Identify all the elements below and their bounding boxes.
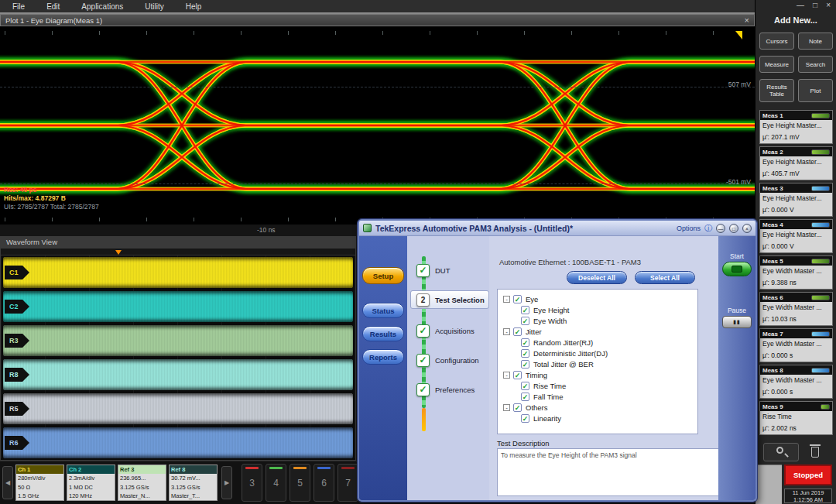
collapse-icon[interactable]: - [503,296,510,303]
tree-item-eye[interactable]: -✓Eye [498,293,697,304]
start-button[interactable] [722,262,752,276]
meas4-badge[interactable]: Meas 4 Eye Height Master... µ': 0.000 V [759,219,833,253]
trigger-marker-icon[interactable] [115,250,122,255]
scroll-right-button[interactable]: ▶ [221,466,232,499]
plot-close-icon[interactable]: × [745,15,749,25]
results-table-button[interactable]: Results Table [759,79,794,102]
tree-item-deterministic-jitter[interactable]: ✓Deterministic Jitter(DJ) [498,348,697,358]
collapse-icon[interactable]: - [503,372,510,379]
meas8-badge[interactable]: Meas 8 Eye Width Master ... µ': 0.000 s [759,365,833,399]
checkbox-checked-icon[interactable]: ✓ [521,414,529,423]
zoom-button[interactable] [763,443,799,461]
waveform-strip-c2[interactable]: C2 [3,291,353,322]
search-button[interactable]: Search [798,56,833,73]
measure-button[interactable]: Measure [759,56,794,73]
tree-item-total-jitter[interactable]: ✓Total Jitter @ BER [498,358,697,369]
ref3-settings-badge[interactable]: Ref 3 236.965... 3.125 GS/s Master_N... [118,465,166,501]
scroll-left-button[interactable]: ◀ [2,466,13,499]
menu-utility[interactable]: Utility [145,2,163,11]
checkbox-checked-icon[interactable]: ✓ [521,349,529,358]
step-dut[interactable]: ✓DUT [416,264,451,277]
channel-badge-r8[interactable]: R8 [5,368,29,382]
waveform-strip-c1[interactable]: C1 [3,257,353,288]
tree-item-jitter[interactable]: -✓Jitter [498,326,697,337]
tree-item-rise-time[interactable]: ✓Rise Time [498,380,697,391]
collapse-icon[interactable]: - [503,328,510,335]
checkbox-checked-icon[interactable]: ✓ [513,327,522,336]
channel-badge-c1[interactable]: C1 [5,266,29,279]
eye-diagram-plot[interactable]: 507 mV -501 mV Res: 40 ps Hits/max: 4.87… [0,26,755,225]
channel-badge-c2[interactable]: C2 [5,300,29,314]
channel-slot-7[interactable]: 7 [337,464,358,502]
deselect-all-button[interactable]: Deselect All [567,271,627,284]
channel-badge-r6[interactable]: R6 [5,436,29,450]
meas1-badge[interactable]: Meas 1 Eye Height Master... µ': 207.1 mV [759,110,833,144]
channel-slot-5[interactable]: 5 [290,464,310,502]
setup-button[interactable]: Setup [362,267,404,284]
checkbox-checked-icon[interactable]: ✓ [513,371,522,379]
acquisition-stopped-button[interactable]: Stopped [784,465,832,485]
tree-item-timing[interactable]: -✓Timing [498,369,697,380]
checkbox-checked-icon[interactable]: ✓ [521,382,529,390]
checkbox-checked-icon[interactable]: ✓ [513,295,522,303]
minimize-icon[interactable]: — [797,1,804,9]
status-button[interactable]: Status [362,303,404,318]
checkbox-checked-icon[interactable]: ✓ [521,306,529,314]
tree-item-random-jitter[interactable]: ✓Random Jitter(RJ) [498,337,697,348]
maximize-icon[interactable]: □ [813,1,817,9]
tree-item-fall-time[interactable]: ✓Fall Time [498,391,697,402]
dialog-titlebar[interactable]: TekExpress Automotive PAM3 Analysis - (U… [359,221,755,236]
collapse-icon[interactable]: - [503,404,510,411]
plot-button[interactable]: Plot [798,79,833,102]
meas6-badge[interactable]: Meas 6 Eye Width Master ... µ': 10.03 ns [759,292,833,326]
select-all-button[interactable]: Select All [635,271,695,284]
menu-file[interactable]: File [12,2,25,11]
tree-item-others[interactable]: -✓Others [498,402,697,413]
options-menu[interactable]: Options [677,225,701,232]
waveform-strip-r8[interactable]: R8 [3,359,353,390]
plot-window-titlebar[interactable]: Plot 1 - Eye Diagram(Meas 1) × [0,14,755,26]
step-preferences[interactable]: ✓Preferences [416,383,475,396]
waveform-strip-r3[interactable]: R3 [3,325,353,356]
test-description-box[interactable]: To measure the Eye Height of the PAM3 si… [497,448,729,496]
dialog-close-icon[interactable]: × [742,224,752,233]
channel-slot-4[interactable]: 4 [266,464,286,502]
waveform-view-titlebar[interactable]: Waveform View [1,237,355,249]
tree-item-eye-width[interactable]: ✓Eye Width [498,315,697,326]
meas7-badge[interactable]: Meas 7 Eye Width Master ... µ': 0.000 s [759,328,833,362]
waveform-strip-r5[interactable]: R5 [3,393,353,424]
tree-item-eye-height[interactable]: ✓Eye Height [498,304,697,315]
dialog-maximize-icon[interactable]: □ [729,224,738,233]
step-acquisitions[interactable]: ✓Acquisitions [416,324,475,338]
meas3-badge[interactable]: Meas 3 Eye Height Master... µ': 0.000 V [759,183,833,217]
step-test-selection[interactable]: 2Test Selection [416,293,485,307]
checkbox-checked-icon[interactable]: ✓ [513,403,522,412]
meas9-badge[interactable]: Meas 9 Rise Time µ': 2.002 ns [759,401,833,435]
checkbox-checked-icon[interactable]: ✓ [521,360,529,369]
menu-applications[interactable]: Applications [81,2,123,11]
options-info-icon[interactable]: ⓘ [704,223,712,234]
channel-slot-6[interactable]: 6 [314,464,334,502]
reports-button[interactable]: Reports [362,349,404,365]
ch1-settings-badge[interactable]: Ch 1 280mV/div 50 Ω 1.5 GHz [15,465,64,501]
step-configuration[interactable]: ✓Configuration [416,354,479,367]
cursors-button[interactable]: Cursors [759,33,794,50]
results-button[interactable]: Results [362,326,404,341]
meas5-badge[interactable]: Meas 5 Eye Width Master ... µ': 9.388 ns [759,255,833,290]
close-icon[interactable]: × [826,1,831,9]
checkbox-checked-icon[interactable]: ✓ [521,393,529,401]
waveform-strip-r6[interactable]: R6 [3,427,353,458]
tree-item-linearity[interactable]: ✓Linearity [498,413,697,423]
note-button[interactable]: Note [798,33,833,50]
channel-badge-r5[interactable]: R5 [5,402,29,416]
ref8-settings-badge[interactable]: Ref 8 30.72 mV... 3.125 GS/s Master_T... [169,465,218,501]
ch2-settings-badge[interactable]: Ch 2 2.3mA/div 1 MΩ DC 120 MHz [67,465,115,501]
checkbox-checked-icon[interactable]: ✓ [521,338,529,347]
dialog-minimize-icon[interactable]: — [716,224,725,233]
channel-badge-r3[interactable]: R3 [5,334,29,348]
trash-button[interactable] [805,442,825,462]
menu-help[interactable]: Help [186,2,202,11]
meas2-badge[interactable]: Meas 2 Eye Height Master... µ': 405.7 mV [759,146,833,180]
pause-button[interactable]: ▮▮ [722,316,752,328]
channel-slot-3[interactable]: 3 [242,464,262,502]
